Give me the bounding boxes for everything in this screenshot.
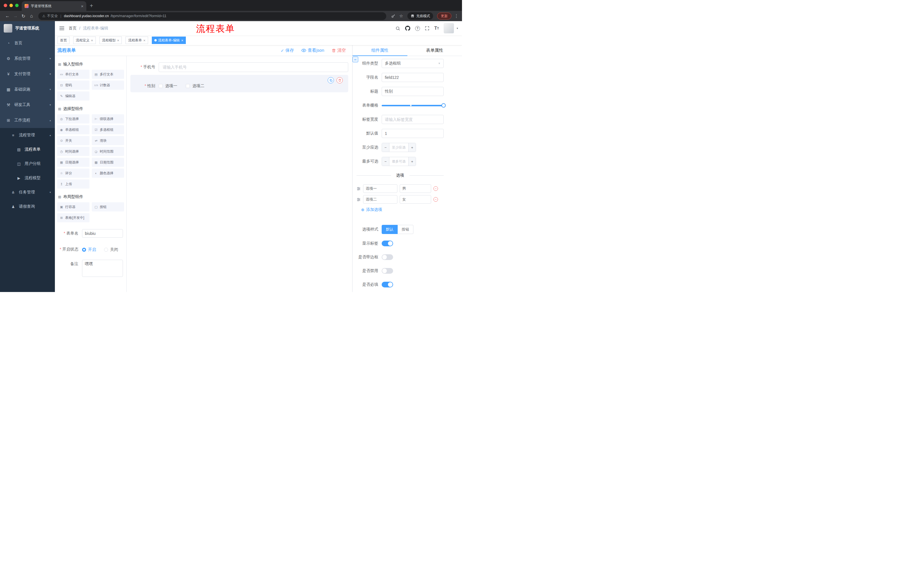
forward-button[interactable]: →	[12, 13, 20, 18]
gender-option1-checkbox[interactable]: 选项一	[159, 84, 177, 89]
tab-close-icon[interactable]: ×	[81, 4, 84, 8]
bookmark-star-icon[interactable]: ☆	[399, 13, 403, 18]
style-default-button[interactable]: 默认	[382, 225, 398, 234]
required-toggle[interactable]	[382, 282, 393, 288]
sidebar-item-process-model[interactable]: ▶ 流程模型	[0, 171, 55, 185]
increase-button[interactable]: +	[408, 143, 416, 152]
palette-item-switch[interactable]: ⊙开关	[57, 136, 89, 145]
increase-button[interactable]: +	[408, 157, 416, 166]
style-button-button[interactable]: 按钮	[398, 225, 413, 234]
option-value-input[interactable]	[400, 195, 431, 204]
tag-close-icon[interactable]: ×	[91, 39, 93, 42]
decrease-button[interactable]: −	[382, 157, 389, 166]
remove-option-icon[interactable]: −	[433, 197, 438, 202]
palette-item-editor[interactable]: ✎编辑器	[57, 91, 89, 100]
palette-item-cascader[interactable]: ⊢级联选择	[92, 114, 124, 123]
gender-option2-checkbox[interactable]: 选项二	[186, 84, 205, 89]
sidebar-item-infra[interactable]: ▦ 基础设施 ▾	[0, 82, 55, 97]
sidebar-item-task-management[interactable]: ⋔ 任务管理 ▾	[0, 185, 55, 199]
phone-input[interactable]	[159, 62, 348, 72]
status-on-radio[interactable]: 开启	[82, 247, 96, 252]
browser-tab[interactable]: 芋道管理系统 ×	[22, 1, 86, 11]
palette-item-time-range[interactable]: ◶时间范围	[92, 147, 124, 156]
clear-button[interactable]: 清空	[332, 48, 346, 53]
selected-component[interactable]: 性别 选项一 选项二	[130, 75, 348, 92]
tag-home[interactable]: 首页	[58, 36, 69, 44]
add-option-button[interactable]: ⊕ 添加选项	[361, 207, 444, 212]
label-width-input[interactable]	[382, 115, 444, 124]
option-label-input[interactable]	[363, 195, 398, 204]
copy-component-button[interactable]	[328, 77, 334, 84]
tag-process-form[interactable]: 流程表单 ×	[125, 36, 148, 44]
palette-item-slider[interactable]: ⇌滑块	[92, 136, 124, 145]
tag-close-icon[interactable]: ×	[143, 39, 145, 42]
window-close-button[interactable]	[4, 4, 7, 7]
hamburger-icon[interactable]	[55, 26, 69, 31]
form-name-input[interactable]	[82, 229, 123, 238]
sidebar-item-devtools[interactable]: ⚒ 研发工具 ▾	[0, 97, 55, 113]
search-icon[interactable]	[395, 26, 400, 31]
palette-item-select[interactable]: ◎下拉选择	[57, 114, 89, 123]
palette-item-rate[interactable]: ☆评分	[57, 169, 89, 178]
min-select-value[interactable]: 至少应选	[389, 143, 408, 152]
form-remark-textarea[interactable]: 嘿嘿	[82, 260, 123, 277]
palette-item-date-range[interactable]: ▩日期范围	[92, 158, 124, 167]
component-type-select[interactable]: 多选框组 ▼	[382, 59, 444, 68]
palette-item-single-text[interactable]: ▭单行文本	[57, 70, 89, 79]
tag-process-form-edit[interactable]: 流程表单-编辑 ×	[152, 36, 186, 44]
view-json-button[interactable]: 查看json	[301, 48, 324, 53]
option-value-input[interactable]	[400, 184, 431, 193]
palette-item-checkbox-group[interactable]: ☑多选框组	[92, 125, 124, 134]
palette-item-color-picker[interactable]: ◐颜色选择	[92, 169, 124, 178]
help-icon[interactable]: ?	[415, 26, 420, 31]
tab-form-props[interactable]: 表单属性	[408, 45, 462, 56]
border-toggle[interactable]	[382, 254, 393, 260]
palette-item-button[interactable]: ▢按钮	[92, 202, 124, 211]
remove-option-icon[interactable]: −	[433, 186, 438, 191]
default-value-input[interactable]	[382, 129, 444, 138]
window-zoom-button[interactable]	[15, 4, 18, 7]
tab-component-props[interactable]: 组件属性	[353, 45, 408, 56]
github-icon[interactable]	[405, 26, 410, 31]
sidebar-item-process-management[interactable]: ≡ 流程管理 ▴	[0, 128, 55, 142]
palette-item-password[interactable]: ⊡密码	[57, 81, 89, 90]
sidebar-item-leave-query[interactable]: ♟ 请假查询	[0, 199, 55, 214]
address-bar[interactable]: ⚠ 不安全 | dashboard.yudao.iocoder.cn/bpm/m…	[38, 12, 386, 20]
slider-handle[interactable]	[441, 104, 446, 108]
user-avatar[interactable]	[444, 23, 454, 33]
tag-close-icon[interactable]: ×	[117, 39, 119, 42]
sidebar-item-home[interactable]: ◔ 首页	[0, 35, 55, 51]
palette-item-table[interactable]: ⊞表格[开发中]	[57, 213, 89, 222]
security-warning-icon[interactable]: ⚠	[42, 14, 45, 18]
delete-component-button[interactable]	[337, 77, 343, 84]
back-button[interactable]: ←	[3, 13, 12, 18]
font-size-icon[interactable]: TT	[434, 26, 439, 31]
home-button[interactable]: ⌂	[28, 13, 35, 18]
password-key-icon[interactable]	[391, 14, 395, 18]
window-minimize-button[interactable]	[10, 4, 13, 7]
title-input[interactable]	[382, 87, 444, 96]
max-select-value[interactable]: 最多可选	[389, 157, 408, 166]
sidebar-item-payment[interactable]: ¥ 支付管理 ▾	[0, 66, 55, 82]
palette-item-radio-group[interactable]: ◉单选框组	[57, 125, 89, 134]
field-name-input[interactable]	[382, 73, 444, 82]
palette-item-upload[interactable]: ↥上传	[57, 179, 89, 189]
drag-handle-icon[interactable]	[356, 187, 361, 191]
drag-handle-icon[interactable]	[356, 197, 361, 202]
grid-slider[interactable]	[382, 101, 444, 110]
breadcrumb-home[interactable]: 首页	[69, 26, 77, 31]
tag-process-model[interactable]: 流程模型 ×	[99, 36, 122, 44]
decrease-button[interactable]: −	[382, 143, 389, 152]
palette-item-date-picker[interactable]: ▦日期选择	[57, 158, 89, 167]
tag-close-icon[interactable]: ×	[181, 39, 183, 42]
show-label-toggle[interactable]	[382, 240, 393, 246]
link-icon[interactable]: ∞	[353, 57, 358, 62]
sidebar-item-system[interactable]: ⚙ 系统管理 ▾	[0, 51, 55, 66]
palette-item-row-container[interactable]: ▣行容器	[57, 202, 89, 211]
palette-item-textarea[interactable]: ▤多行文本	[92, 70, 124, 79]
browser-update-button[interactable]: 更新	[437, 13, 451, 20]
status-off-radio[interactable]: 关闭	[104, 247, 118, 252]
sidebar-item-workflow[interactable]: ⊞ 工作流程 ▴	[0, 113, 55, 128]
reload-button[interactable]: ↻	[20, 13, 28, 19]
tag-process-definition[interactable]: 流程定义 ×	[73, 36, 96, 44]
